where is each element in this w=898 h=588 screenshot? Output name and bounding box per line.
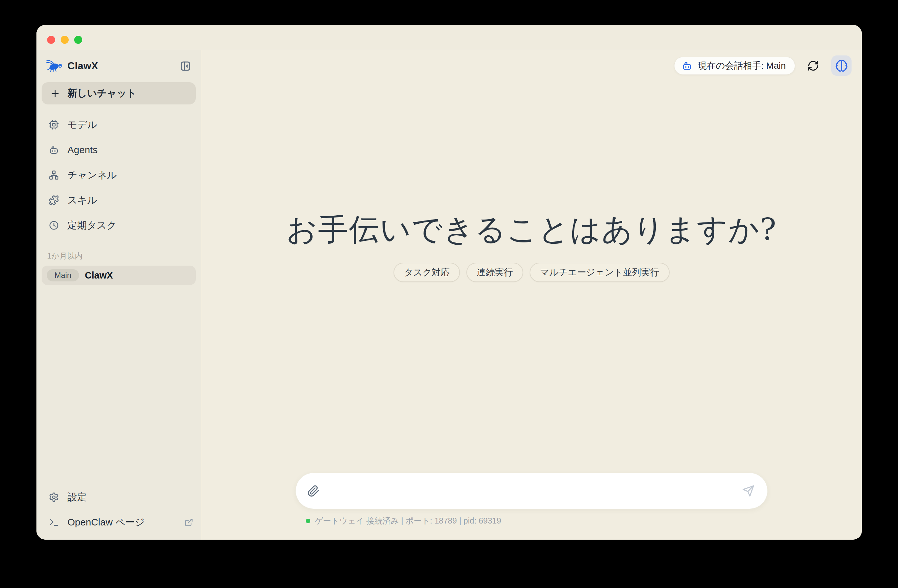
terminal-icon xyxy=(49,517,59,527)
chat-history-item[interactable]: Main ClawX xyxy=(42,266,196,285)
external-link-icon xyxy=(185,518,193,527)
lobster-logo-icon xyxy=(46,59,63,73)
gear-icon xyxy=(49,492,59,502)
sidebar-item-skills[interactable]: スキル xyxy=(37,187,201,213)
sidebar-item-label: スキル xyxy=(68,194,97,207)
app-window: ClawX 新しいチャット xyxy=(37,25,862,540)
suggestion-chips: タスク対応 連続実行 マルチエージェント並列実行 xyxy=(201,263,862,282)
sidebar-item-label: 設定 xyxy=(68,491,87,504)
history-section-label: 1か月以内 xyxy=(47,251,201,261)
robot-icon xyxy=(681,60,692,71)
conversation-badge-label: 現在の会話相手: Main xyxy=(698,60,786,72)
chip-task-support[interactable]: タスク対応 xyxy=(394,263,460,282)
composer: ゲートウェイ 接続済み | ポート: 18789 | pid: 69319 xyxy=(295,473,768,526)
main-content: 現在の会話相手: Main お手伝いで xyxy=(201,50,862,540)
new-chat-label: 新しいチャット xyxy=(68,87,137,100)
chat-title: ClawX xyxy=(85,270,113,281)
brain-icon[interactable] xyxy=(831,55,852,76)
greeting-heading: お手伝いできることはありますか? xyxy=(201,209,862,250)
refresh-icon[interactable] xyxy=(807,59,820,72)
network-icon xyxy=(49,170,59,180)
message-input[interactable] xyxy=(320,473,742,509)
close-button[interactable] xyxy=(47,36,55,44)
sidebar-item-scheduled-tasks[interactable]: 定期タスク xyxy=(37,213,201,238)
plus-icon xyxy=(50,88,60,99)
sidebar-item-label: 定期タスク xyxy=(68,219,117,232)
header-controls: 現在の会話相手: Main xyxy=(674,55,852,76)
sidebar-item-channels[interactable]: チャンネル xyxy=(37,163,201,187)
robot-icon xyxy=(49,145,59,155)
status-text: ゲートウェイ 接続済み | ポート: 18789 | pid: 69319 xyxy=(315,516,501,526)
chip-continuous-run[interactable]: 連続実行 xyxy=(466,263,523,282)
sidebar-header: ClawX xyxy=(37,50,201,73)
sidebar-nav: モデル Agents xyxy=(37,112,201,238)
status-dot xyxy=(306,519,310,523)
sidebar-item-label: モデル xyxy=(68,118,97,132)
sidebar-item-agents[interactable]: Agents xyxy=(37,137,201,163)
clock-icon xyxy=(49,220,59,230)
sidebar-item-settings[interactable]: 設定 xyxy=(37,487,201,507)
new-chat-button[interactable]: 新しいチャット xyxy=(42,82,196,104)
sidebar-item-label: OpenClaw ページ xyxy=(68,516,145,529)
cpu-icon xyxy=(49,120,59,130)
sidebar: ClawX 新しいチャット xyxy=(37,50,201,540)
zoom-button[interactable] xyxy=(74,36,82,44)
sidebar-item-models[interactable]: モデル xyxy=(37,112,201,137)
sidebar-item-label: Agents xyxy=(68,144,97,155)
sidebar-item-label: チャンネル xyxy=(68,169,117,182)
message-input-pill xyxy=(295,473,768,509)
titlebar xyxy=(37,25,862,50)
chat-badge: Main xyxy=(47,269,79,281)
minimize-button[interactable] xyxy=(61,36,69,44)
send-icon[interactable] xyxy=(742,485,755,497)
sidebar-footer: 設定 OpenClaw ページ xyxy=(37,487,201,540)
sidebar-item-openclaw-page[interactable]: OpenClaw ページ xyxy=(37,513,201,532)
panel-collapse-icon[interactable] xyxy=(180,60,191,72)
window-controls xyxy=(47,36,82,44)
chip-multi-agent[interactable]: マルチエージェント並列実行 xyxy=(530,263,669,282)
puzzle-icon xyxy=(49,195,59,205)
current-conversation-badge[interactable]: 現在の会話相手: Main xyxy=(674,57,795,75)
app-title: ClawX xyxy=(68,60,98,72)
gateway-status: ゲートウェイ 接続済み | ポート: 18789 | pid: 69319 xyxy=(295,516,768,526)
paperclip-icon[interactable] xyxy=(308,485,320,497)
